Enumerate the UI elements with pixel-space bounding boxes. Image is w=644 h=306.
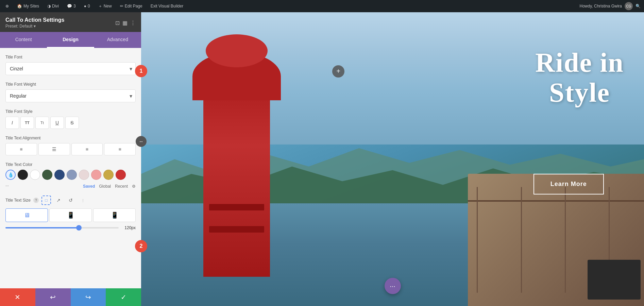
tablet-icon[interactable]: 📱 xyxy=(49,208,92,222)
eyedropper-button[interactable]: 💧 xyxy=(5,170,16,180)
layout-icon[interactable]: ▦ xyxy=(122,20,128,26)
color-settings-icon[interactable]: ⚙ xyxy=(132,184,136,189)
color-swatches: 💧 xyxy=(5,170,136,180)
fab-dots-icon: ··· xyxy=(390,282,395,290)
color-tab-global[interactable]: Global xyxy=(99,184,111,189)
underline-button[interactable]: U xyxy=(50,117,64,129)
cancel-button[interactable]: ✕ xyxy=(0,288,35,306)
text-size-header: Title Text Size ? □ ↗ ↺ ⋮ xyxy=(5,196,136,205)
title-font-select[interactable]: Cinzel xyxy=(5,62,136,75)
title-font-weight-select-wrap: Regular xyxy=(5,89,136,102)
uppercase-button[interactable]: TT xyxy=(20,117,34,129)
color-more-button[interactable]: ··· xyxy=(5,183,9,188)
panel-bottom-buttons: ✕ ↩ ↪ ✓ xyxy=(0,288,141,306)
color-swatch-dark-green[interactable] xyxy=(42,170,52,180)
more-icon[interactable]: ⋮ xyxy=(130,20,136,26)
undo-button[interactable]: ↩ xyxy=(35,288,71,306)
divi-link[interactable]: ◑ Divi xyxy=(45,0,61,12)
reset-icon[interactable]: ↺ xyxy=(66,196,75,205)
text-size-more-icon[interactable]: ⋮ xyxy=(78,196,88,205)
comments-icon: 💬 xyxy=(67,4,72,8)
capitalize-button[interactable]: Tt xyxy=(35,117,49,129)
add-section-button[interactable]: + xyxy=(332,65,344,78)
search-icon[interactable]: 🔍 xyxy=(635,4,641,8)
title-font-style-field: Title Font Style I TT Tt U S xyxy=(5,109,136,129)
wp-icon[interactable]: ⊕ xyxy=(3,0,11,12)
color-swatch-dark-blue[interactable] xyxy=(54,170,65,180)
cursor-icon[interactable]: ↗ xyxy=(54,196,63,205)
align-justify-button[interactable]: ≡ xyxy=(104,143,136,155)
color-swatch-white[interactable] xyxy=(30,170,40,180)
title-font-style-label: Title Font Style xyxy=(5,109,136,114)
color-tabs: Saved Global Recent ⚙ xyxy=(83,184,136,189)
exit-visual-builder-link[interactable]: Exit Visual Builder xyxy=(149,0,186,12)
tab-design[interactable]: Design xyxy=(47,32,94,48)
step-badge-2: 2 xyxy=(135,240,147,252)
panel-header-left: Call To Action Settings Preset: Default … xyxy=(5,17,64,29)
save-button[interactable]: ✓ xyxy=(106,288,141,306)
eyedropper-icon: 💧 xyxy=(8,172,14,177)
redo-button[interactable]: ↪ xyxy=(71,288,106,306)
hero-cta: Learn More xyxy=(533,174,604,194)
color-swatch-medium-blue[interactable] xyxy=(67,170,77,180)
help-icon[interactable]: ? xyxy=(33,198,39,203)
responsive-icon-active[interactable]: □ xyxy=(41,196,51,205)
title-text-alignment-label: Title Text Alignment xyxy=(5,136,136,140)
size-slider[interactable] xyxy=(5,227,119,228)
color-tab-saved[interactable]: Saved xyxy=(83,184,95,189)
text-size-label: Title Text Size xyxy=(5,198,31,203)
slider-value: 120px xyxy=(122,225,136,230)
plus-icon: ＋ xyxy=(98,3,102,9)
person-figure xyxy=(181,56,292,277)
title-font-label: Title Font xyxy=(5,55,136,60)
align-left-button[interactable]: ≡ xyxy=(5,143,37,155)
align-right-button[interactable]: ≡ xyxy=(71,143,103,155)
align-center-button[interactable]: ☰ xyxy=(38,143,70,155)
font-style-buttons: I TT Tt U S xyxy=(5,117,136,129)
admin-bar-right: Howdy, Christina Gwira CG 🔍 xyxy=(580,2,641,10)
edit-page-link[interactable]: ✏ Edit Page xyxy=(118,0,145,12)
color-swatch-pink[interactable] xyxy=(91,170,101,180)
device-icons: 🖥 📱 📱 xyxy=(5,208,136,222)
wordpress-icon: ⊕ xyxy=(5,4,9,8)
mobile-icon[interactable]: 📱 xyxy=(93,208,136,222)
slider-track xyxy=(5,227,119,228)
bubble-icon: ● xyxy=(84,4,86,8)
chevron-down-icon: ▾ xyxy=(34,24,36,29)
color-swatch-black[interactable] xyxy=(18,170,28,180)
tab-content[interactable]: Content xyxy=(0,32,47,48)
visual-builder: Ride inStyle Learn More + ··· xyxy=(141,12,644,306)
align-left-icon: ≡ xyxy=(20,147,22,152)
slider-fill xyxy=(5,227,79,228)
title-font-weight-select[interactable]: Regular xyxy=(5,89,136,102)
color-swatch-red[interactable] xyxy=(116,170,126,180)
resize-icon[interactable]: ⊡ xyxy=(115,20,120,26)
sites-icon: 🏠 xyxy=(17,4,22,8)
new-button[interactable]: ＋ New xyxy=(96,0,114,12)
tab-advanced[interactable]: Advanced xyxy=(94,32,141,48)
pencil-icon: ✏ xyxy=(120,4,123,8)
align-right-icon: ≡ xyxy=(86,147,88,152)
color-swatch-gold[interactable] xyxy=(103,170,114,180)
settings-panel: Call To Action Settings Preset: Default … xyxy=(0,12,141,306)
strikethrough-button[interactable]: S xyxy=(65,117,79,129)
desktop-icon[interactable]: 🖥 xyxy=(5,208,48,222)
align-center-icon: ☰ xyxy=(52,147,56,152)
alignment-buttons: ≡ ☰ ≡ ≡ xyxy=(5,143,136,155)
my-sites-link[interactable]: 🏠 My Sites xyxy=(15,0,41,12)
color-swatch-light-pink[interactable] xyxy=(79,170,89,180)
color-tab-recent[interactable]: Recent xyxy=(115,184,128,189)
title-font-select-wrap: Cinzel xyxy=(5,62,136,75)
slider-thumb[interactable] xyxy=(76,225,82,231)
color-tabs-row: ··· Saved Global Recent ⚙ xyxy=(5,183,136,189)
boat-equipment xyxy=(588,260,640,300)
panel-resize-handle[interactable]: ↔ xyxy=(136,136,147,147)
title-font-field: Title Font Cinzel xyxy=(5,55,136,75)
learn-more-button[interactable]: Learn More xyxy=(533,174,604,194)
bubble-link[interactable]: ● 0 xyxy=(82,0,92,12)
italic-button[interactable]: I xyxy=(5,117,19,129)
panel-preset[interactable]: Preset: Default ▾ xyxy=(5,24,64,29)
panel-tabs: Content Design Advanced xyxy=(0,32,141,48)
comments-link[interactable]: 💬 3 xyxy=(65,0,78,12)
floating-action-button[interactable]: ··· xyxy=(385,278,401,294)
